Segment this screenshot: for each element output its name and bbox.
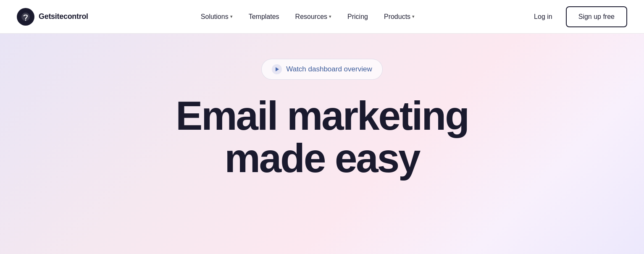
watch-dashboard-button[interactable]: Watch dashboard overview: [261, 59, 382, 80]
hero-heading-line2: made easy: [224, 136, 419, 181]
hero-heading-line1: Email marketing: [176, 93, 468, 138]
nav-item-resources[interactable]: Resources ▾: [289, 10, 338, 24]
hero-section: Watch dashboard overview Email marketing…: [0, 34, 644, 254]
brand-name: Getsitecontrol: [39, 12, 88, 21]
nav-pricing-label: Pricing: [347, 13, 368, 21]
nav-resources-label: Resources: [295, 13, 327, 21]
play-icon: [272, 64, 282, 74]
watch-label: Watch dashboard overview: [286, 65, 372, 73]
chevron-down-icon: ▾: [412, 14, 415, 19]
nav-item-solutions[interactable]: Solutions ▾: [194, 10, 239, 24]
brand-area: Getsitecontrol: [17, 8, 88, 26]
nav-actions: Log in Sign up free: [527, 6, 627, 27]
logo-icon[interactable]: [17, 8, 34, 26]
nav-solutions-label: Solutions: [201, 13, 229, 21]
nav-item-templates[interactable]: Templates: [242, 10, 286, 24]
chevron-down-icon: ▾: [329, 14, 331, 19]
nav-item-products[interactable]: Products ▾: [377, 10, 421, 24]
signup-button[interactable]: Sign up free: [566, 6, 627, 27]
chevron-down-icon: ▾: [230, 14, 233, 19]
nav-item-pricing[interactable]: Pricing: [341, 10, 375, 24]
nav-products-label: Products: [384, 13, 410, 21]
hero-heading: Email marketing made easy: [176, 95, 468, 180]
svg-point-1: [25, 19, 26, 20]
login-link[interactable]: Log in: [527, 10, 559, 24]
nav-templates-label: Templates: [249, 13, 279, 21]
nav-links: Solutions ▾ Templates Resources ▾ Pricin…: [194, 10, 421, 24]
navbar: Getsitecontrol Solutions ▾ Templates Res…: [0, 0, 644, 34]
